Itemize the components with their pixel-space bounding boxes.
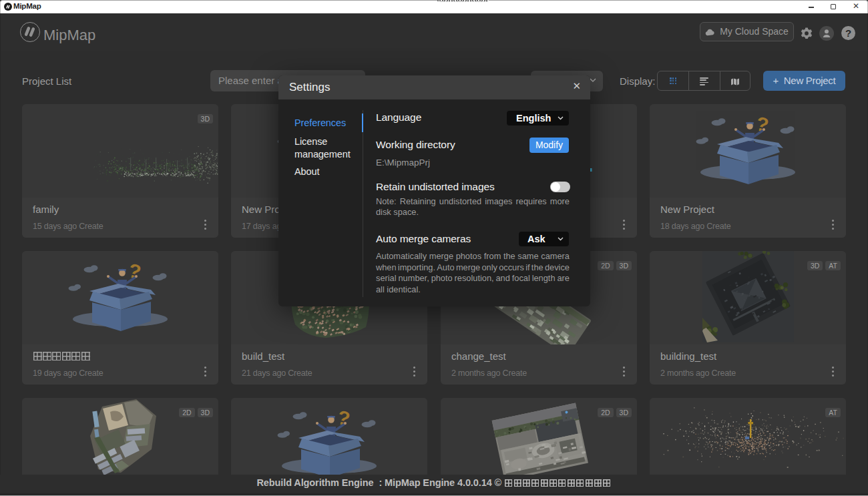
svg-text:?: ? [126,259,144,283]
svg-text:?: ? [754,112,771,136]
svg-text:?: ? [335,406,353,430]
